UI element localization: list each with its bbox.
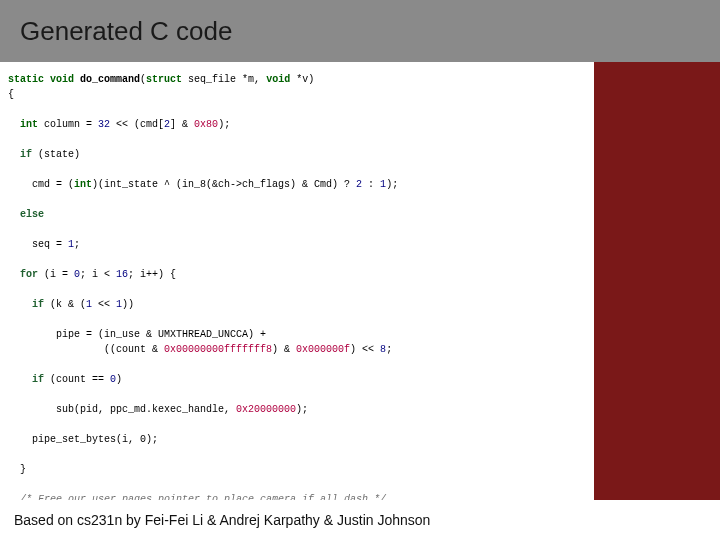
code-text: ; i < (80, 269, 116, 280)
code-text: (k & ( (44, 299, 86, 310)
code-text: cmd = ( (8, 179, 74, 190)
kw-void: void (50, 74, 74, 85)
kw-int2: int (74, 179, 92, 190)
kw-int: int (20, 119, 38, 130)
code-text: pipe_set_bytes(i, 0); (8, 434, 158, 445)
code-text: << (92, 299, 116, 310)
code-text: sub(pid, ppc_md.kexec_handle, (8, 404, 236, 415)
code-text: *v) (290, 74, 314, 85)
code-text: pipe = (in_use & UMXTHREAD_UNCCA) + (8, 329, 266, 340)
code-text: ] & (170, 119, 194, 130)
fn-name: do_command (80, 74, 140, 85)
code-text: ); (296, 404, 308, 415)
code-text: seq = (8, 239, 68, 250)
footer-bar: Based on cs231n by Fei-Fei Li & Andrej K… (0, 500, 720, 540)
kw-if: if (20, 149, 32, 160)
code-text: << (cmd[ (110, 119, 164, 130)
code-text: (i = (38, 269, 74, 280)
code-text: : (362, 179, 380, 190)
code-text: ) << (350, 344, 380, 355)
kw-if3: if (32, 374, 44, 385)
code-text: column = (38, 119, 98, 130)
code-text: ) & (272, 344, 296, 355)
kw-else: else (20, 209, 44, 220)
brace-open: { (8, 89, 14, 100)
code-text: ); (218, 119, 230, 130)
num: 16 (116, 269, 128, 280)
kw-static: static (8, 74, 44, 85)
num: 32 (98, 119, 110, 130)
kw-if2: if (32, 299, 44, 310)
hex: 0x00000000fffffff8 (164, 344, 272, 355)
code-text: )(int_state ^ (in_8(&ch->ch_flags) & Cmd… (92, 179, 356, 190)
code-text: )) (122, 299, 134, 310)
code-text: ; i++) { (128, 269, 176, 280)
code-text: ); (386, 179, 398, 190)
slide-title: Generated C code (20, 16, 232, 47)
title-bar: Generated C code (0, 0, 720, 62)
hex: 0x20000000 (236, 404, 296, 415)
kw-struct: struct (146, 74, 182, 85)
code-text: ; (386, 344, 392, 355)
code-text: ; (74, 239, 80, 250)
kw-for: for (20, 269, 38, 280)
hex: 0x000000f (296, 344, 350, 355)
code-block: static void do_command(struct seq_file *… (0, 62, 594, 500)
code-text: seq_file *m, (182, 74, 266, 85)
kw-void2: void (266, 74, 290, 85)
code-text: ) (116, 374, 122, 385)
code-text: ((count & (8, 344, 164, 355)
code-text: (state) (32, 149, 80, 160)
hex: 0x80 (194, 119, 218, 130)
footer-credit: Based on cs231n by Fei-Fei Li & Andrej K… (14, 512, 430, 528)
code-text: } (8, 464, 26, 475)
code-text: (count == (44, 374, 110, 385)
